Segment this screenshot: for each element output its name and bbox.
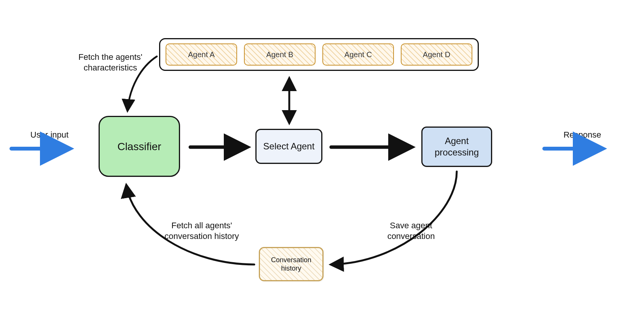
response-label: Response [556,130,609,140]
agent-processing-node: Agent processing [421,127,492,167]
agent-label: Agent D [423,50,450,59]
fetch-history-label: Fetch all agents' conversation history [152,220,251,241]
fetch-characteristics-label: Fetch the agents' characteristics [69,52,152,73]
arrow-save-conversation [331,172,457,264]
agent-label: Agent C [344,50,372,59]
agent-label: Agent A [188,50,215,59]
agent-chip-c: Agent C [322,43,394,66]
agent-chip-a: Agent A [166,43,237,66]
select-agent-label: Select Agent [260,138,319,154]
conversation-history-node: Conversation history [259,247,324,281]
agent-label: Agent B [266,50,293,59]
agents-pool: Agent A Agent B Agent C Agent D [159,38,479,71]
agent-chip-b: Agent B [244,43,316,66]
agent-chip-d: Agent D [401,43,472,66]
user-input-label: User input [23,130,76,140]
diagram-canvas: Agent A Agent B Agent C Agent D Classifi… [0,0,644,327]
agent-processing-label: Agent processing [422,133,491,160]
save-conversation-label: Save agent conversation [373,220,449,241]
conversation-history-label: Conversation history [260,253,322,275]
select-agent-node: Select Agent [255,129,322,164]
classifier-node: Classifier [99,116,180,177]
classifier-label: Classifier [113,138,165,155]
